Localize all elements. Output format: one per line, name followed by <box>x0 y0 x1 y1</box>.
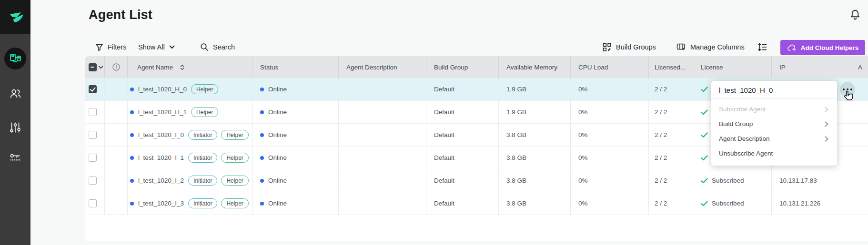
app-logo[interactable] <box>0 0 30 34</box>
build-groups-label: Build Groups <box>616 43 656 51</box>
add-cloud-helpers-button[interactable]: Add Cloud Helpers <box>780 40 865 55</box>
badge-initiator: Initiator <box>188 130 217 140</box>
row-checkbox[interactable] <box>89 108 97 116</box>
row-alert-cell <box>105 101 128 123</box>
column-header-clipped: A <box>854 56 868 78</box>
filters-button[interactable]: Filters <box>95 40 126 54</box>
notifications-button[interactable] <box>849 9 862 22</box>
cell-build-group: Default <box>426 101 499 123</box>
key-icon <box>9 151 22 164</box>
search-control[interactable]: Search <box>200 40 235 54</box>
cloud-plus-icon <box>787 44 797 52</box>
context-menu-title: l_test_1020_H_0 <box>711 81 837 98</box>
badge-initiator: Initiator <box>188 198 217 208</box>
license-cell: Subscribed <box>693 192 772 215</box>
column-label: Licensed... <box>655 64 686 71</box>
sidebar <box>0 0 30 245</box>
cell-description <box>339 192 426 215</box>
filter-funnel-icon <box>95 43 103 51</box>
row-select-cell <box>85 192 105 215</box>
badge-helper: Helper <box>191 107 218 117</box>
row-alert-cell <box>105 78 128 100</box>
row-alert-cell <box>105 169 128 192</box>
row-select-cell <box>85 169 105 192</box>
agent-name-text: l_test_1020_I_0 <box>138 131 184 138</box>
agent-status-dot <box>130 88 134 91</box>
column-header-cpu-load: CPU Load <box>571 56 649 78</box>
sidebar-item-license[interactable] <box>0 147 30 167</box>
column-header-build-group: Build Group <box>426 56 499 78</box>
row-more-actions-button[interactable] <box>840 82 855 97</box>
sidebar-item-agents[interactable] <box>4 48 26 69</box>
cell-memory: 3.8 GB <box>499 147 571 169</box>
column-header-licensed: Licensed... <box>649 56 693 78</box>
column-label: Build Group <box>434 64 468 71</box>
submenu-chevron-icon <box>825 107 828 112</box>
agents-icon <box>9 52 21 65</box>
row-checkbox[interactable] <box>89 154 97 162</box>
build-groups-icon <box>603 43 612 52</box>
online-dot <box>260 179 264 183</box>
row-checkbox[interactable] <box>89 131 97 139</box>
cell-licensed: 2 / 2 <box>649 124 693 146</box>
cell-clipped <box>854 192 868 215</box>
sort-direction-icon <box>180 65 184 70</box>
column-header-license: License <box>693 56 772 78</box>
context-menu-item[interactable]: Build Group <box>711 117 837 131</box>
row-alert-cell <box>105 124 128 146</box>
subscribed-check-icon <box>701 155 708 161</box>
row-checkbox[interactable] <box>89 85 97 93</box>
agent-name-cell: l_test_1020_H_1 Helper <box>128 101 252 123</box>
status-text: Online <box>268 108 287 116</box>
table-row[interactable]: l_test_1020_I_2 InitiatorHelper Online D… <box>85 169 868 192</box>
select-all-cell <box>85 56 105 78</box>
context-menu-item[interactable]: Unsubscribe Agent <box>711 146 837 161</box>
context-menu-item-label: Build Group <box>719 120 753 127</box>
status-cell: Online <box>252 147 339 169</box>
column-header-agent-name[interactable]: Agent Name <box>128 56 252 78</box>
online-dot <box>260 88 264 91</box>
subscribed-check-icon <box>701 132 708 138</box>
cell-description <box>339 147 426 169</box>
cell-description <box>339 78 426 100</box>
badges: InitiatorHelper <box>188 153 249 163</box>
subscribed-check-icon <box>701 109 708 115</box>
show-all-dropdown[interactable]: Show All <box>138 40 175 54</box>
sidebar-item-settings[interactable] <box>0 118 30 137</box>
table-row[interactable]: l_test_1020_I_3 InitiatorHelper Online D… <box>85 192 868 215</box>
cell-clipped <box>854 169 868 192</box>
row-height-button[interactable] <box>757 40 767 54</box>
selection-menu-chevron-icon[interactable] <box>98 66 103 69</box>
search-icon <box>200 43 209 51</box>
cell-cpu: 0% <box>571 78 649 100</box>
agent-name-cell: l_test_1020_I_1 InitiatorHelper <box>128 147 252 169</box>
manage-columns-icon <box>676 43 686 51</box>
column-label: A <box>858 64 862 71</box>
context-menu-item[interactable]: Agent Description <box>711 131 837 146</box>
subscribed-check-icon <box>701 178 708 184</box>
row-checkbox[interactable] <box>89 176 97 185</box>
select-all-checkbox[interactable] <box>89 63 97 71</box>
cell-licensed: 2 / 2 <box>649 169 693 192</box>
license-cell: Subscribed <box>693 169 772 192</box>
badges: InitiatorHelper <box>188 198 249 208</box>
build-groups-button[interactable]: Build Groups <box>603 40 656 54</box>
sidebar-item-users[interactable] <box>0 84 30 103</box>
submenu-chevron-icon <box>825 136 828 142</box>
context-menu-item-label: Unsubscribe Agent <box>719 150 773 157</box>
badge-helper: Helper <box>191 84 218 94</box>
cell-licensed: 2 / 2 <box>649 147 693 169</box>
page-title: Agent List <box>89 8 152 22</box>
agent-name-cell: l_test_1020_H_0 Helper <box>128 78 252 100</box>
row-alert-cell <box>105 147 128 169</box>
cell-licensed: 2 / 2 <box>649 78 693 100</box>
manage-columns-button[interactable]: Manage Columns <box>676 40 745 54</box>
alerts-column-header <box>105 56 128 78</box>
cell-cpu: 0% <box>571 124 649 146</box>
column-label: License <box>701 64 723 71</box>
column-label: Available Memory <box>506 64 557 71</box>
column-label: Status <box>260 64 278 71</box>
status-cell: Online <box>252 192 339 215</box>
search-label: Search <box>213 43 235 51</box>
row-checkbox[interactable] <box>89 199 97 207</box>
